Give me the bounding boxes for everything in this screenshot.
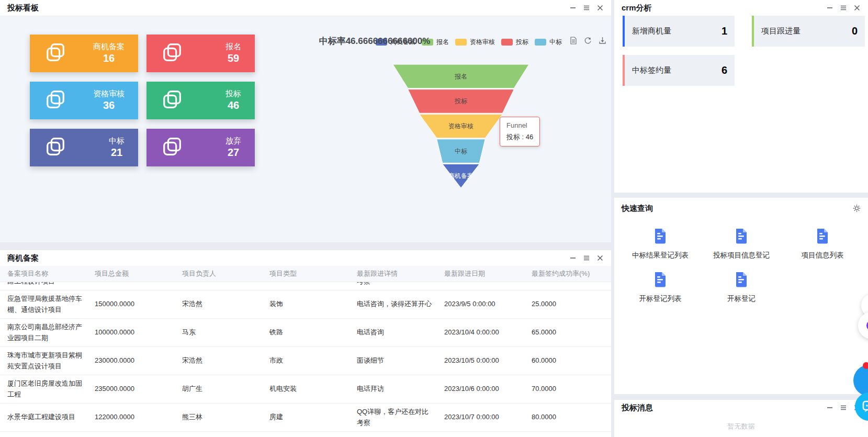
cell-follow-detail: 面谈细节 [357,352,444,369]
cell-amount: 235000.0000 [95,380,182,397]
minimize-icon[interactable] [569,4,577,12]
quick-link-label: 开标登记 [702,294,781,304]
legend-swatch [455,39,467,46]
column-header: 最新签约成功率(%) [532,269,611,278]
table-row[interactable]: 应急管理局救援基地停车棚、通信设计项目 150000.0000 宋浩然 装饰 电… [0,290,611,319]
quick-link-label: 开标登记列表 [621,294,700,304]
empty-state-text: 暂无数据 [614,422,868,431]
cell-amount: 150000.0000 [95,296,182,312]
panel-business-records-header: 商机备案 [0,250,611,266]
cell-success-rate: 60.0000 [532,352,611,369]
panel-bid-messages: 投标消息 暂无数据 [614,400,868,437]
cell-project-name: 水景华庭工程建设项目 [7,409,95,425]
cell-follow-date: 2023/10/5 0:00:00 [444,352,532,369]
column-header: 项目总金额 [95,269,182,278]
cell-project-name: 厦门区老旧房屋改造加固工程 [7,375,95,402]
quick-link-label: 投标项目信息登记 [702,251,781,260]
cell-follow-date: 2023/10/6 0:00:00 [444,380,532,397]
legend-swatch [535,39,546,46]
menu-icon[interactable] [839,4,847,12]
table-row[interactable]: 珠海市城市更新项目紫桐苑安置点设计项目 230000.0000 宋浩然 市政 面… [0,347,611,375]
cell-follow-detail: 电话咨询，谈得还算开心 [357,296,444,312]
chat-bubble-icon [861,399,868,414]
panel-crm-header: crm分析 [614,0,868,16]
legend-label: 资格审核 [470,38,495,47]
panel-quick-query: 快速查询 中标结果登记列表 投标项目信息登记 项目信息列表 开标登记列表 [614,198,868,394]
quick-link-project-info-list[interactable]: 项目信息列表 [783,228,862,260]
minimize-icon[interactable] [826,4,833,12]
quick-link-bid-project-info[interactable]: 投标项目信息登记 [702,228,781,260]
close-icon[interactable] [596,254,604,262]
quick-link-label: 中标结果登记列表 [621,251,700,260]
gear-icon[interactable] [853,205,861,212]
cell-follow-detail: QQ详聊，客户还在对比考察 [357,404,444,431]
quick-link-label: 项目信息列表 [783,251,862,260]
cell-type: 市政 [269,352,357,369]
cell-owner: 宋浩然 [182,296,269,312]
funnel-segment-label: 投标 [454,97,468,105]
table-row[interactable]: 南京公司南昌总部经济产业园项目二期 100000.0000 马东 铁路 电话咨询… [0,319,611,347]
cell-success-rate: 65.0000 [532,324,611,341]
funnel-segment-label: 中标 [455,148,468,155]
panel-bidding-board-header: 投标看板 [0,0,611,16]
menu-icon[interactable] [582,4,590,12]
dashboard: 投标看板 商机备案16 报名59 资格审核36 [0,0,868,437]
minimize-icon[interactable] [569,254,577,262]
table-row[interactable]: 厦门区老旧房屋改造加固工程 235000.0000 胡广生 机电安装 电话拜访 … [0,375,611,404]
legend-item[interactable]: 资格审核 [455,38,495,47]
kpi-value: 0 [852,25,858,37]
cell-follow-detail: 考察 [357,282,444,286]
cell-project-name: 应急管理局救援基地停车棚、通信设计项目 [7,290,95,318]
quick-link-win-result-list[interactable]: 中标结果登记列表 [621,228,700,260]
funnel-segment-label: 商机备案 [448,172,474,180]
document-icon [734,228,749,244]
cell-project-name: 珠海市城市更新项目紫桐苑安置点设计项目 [7,347,95,374]
cell-owner: 马东 [182,324,269,341]
menu-icon[interactable] [839,404,847,412]
cell-follow-date: 2023/9/5 0:00:00 [444,296,532,312]
cell-owner: 胡广生 [182,380,269,397]
legend-swatch [501,39,513,46]
quick-link-opening-register-list[interactable]: 开标登记列表 [621,271,700,304]
cell-type: 房建 [269,409,357,425]
cell-amount: 122000.0000 [95,409,182,425]
panel-title: 快速查询 [622,204,653,214]
panel-quick-query-header: 快速查询 [614,198,868,219]
cell-type: 装饰 [269,296,357,312]
panel-title: crm分析 [622,3,652,13]
document-icon [734,271,749,288]
panel-bidding-board: 投标看板 商机备案16 报名59 资格审核36 [0,0,611,242]
close-icon[interactable] [853,4,861,12]
download-icon[interactable] [598,36,607,45]
tooltip-value: 投标 : 46 [506,132,533,142]
chart-title: 中标率46.6666666666600% [296,35,453,47]
cell-success-rate: 70.0000 [532,380,611,397]
close-icon[interactable] [596,4,604,12]
column-header: 最新跟进详情 [357,269,444,278]
legend-label: 中标 [549,38,562,47]
cell-amount: 230000.0000 [95,352,182,369]
refresh-icon[interactable] [583,36,592,45]
cell-success-rate: 80.0000 [532,409,611,425]
panel-bid-messages-header: 投标消息 [614,400,868,416]
data-view-icon[interactable] [569,36,578,45]
cell-success-rate: 25.0000 [532,296,611,312]
kpi-value: 1 [722,25,727,37]
panel-title: 投标消息 [622,403,653,413]
document-icon [652,228,668,244]
funnel-segment-label: 资格审核 [448,122,474,130]
table-row[interactable]: 水景华庭工程建设项目 122000.0000 熊三林 房建 QQ详聊，客户还在对… [0,404,611,432]
cell-owner: 宋浩然 [182,352,269,369]
minimize-icon[interactable] [826,404,833,412]
crm-card-new-opportunities[interactable]: 新增商机量 1 [623,16,735,47]
legend-item[interactable]: 投标 [501,38,528,47]
cell-project-name: 路工程设计项目 [7,282,95,286]
crm-card-win-signings[interactable]: 中标签约量 6 [623,55,735,86]
crm-card-project-followups[interactable]: 项目跟进量 0 [752,16,865,47]
legend-item[interactable]: 中标 [535,38,562,47]
menu-icon[interactable] [582,254,590,262]
funnel-segment-label: 报名 [454,73,467,80]
quick-link-opening-register[interactable]: 开标登记 [702,271,781,304]
column-header: 项目类型 [269,269,357,278]
table-row-clipped[interactable]: 路工程设计项目 考察 [0,282,611,290]
